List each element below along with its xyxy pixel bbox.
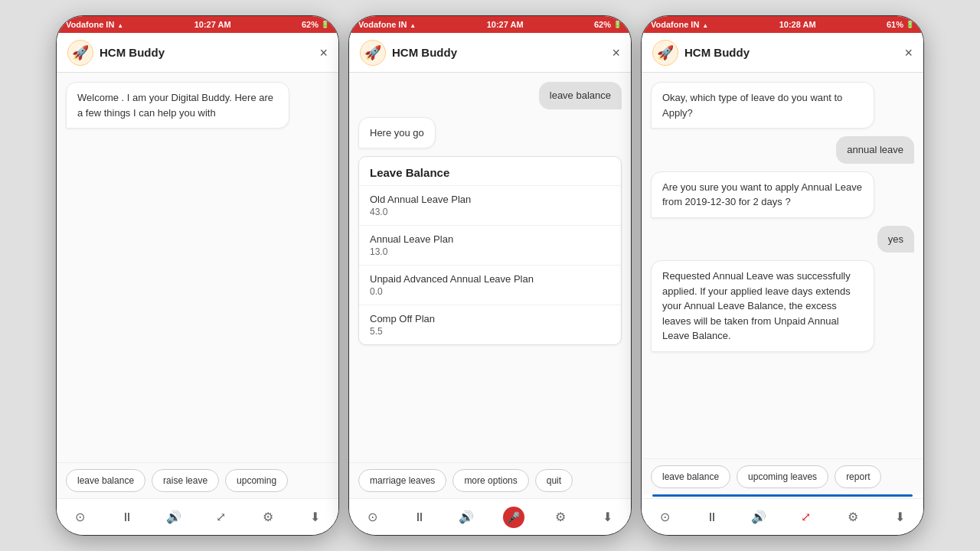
leave-item-name-3: Comp Off Plan <box>370 313 610 324</box>
quick-replies-1: leave balance raise leave upcoming <box>57 462 338 498</box>
pause-icon-2[interactable]: ⏸ <box>409 507 430 528</box>
battery-icon-3: 🔋 <box>906 21 914 28</box>
mic-icon-2[interactable]: 🎤 <box>503 507 524 528</box>
user-message-3-3: yes <box>877 226 914 253</box>
download-icon-3[interactable]: ⬇ <box>890 507 911 528</box>
time-2: 10:27 AM <box>487 20 524 29</box>
expand-icon-1[interactable]: ⤢ <box>211 507 232 528</box>
wifi-icon-3 <box>702 20 708 29</box>
quick-reply-upcoming-1[interactable]: upcoming <box>225 469 288 492</box>
leave-card-title: Leave Balance <box>359 157 621 185</box>
quick-reply-leave-balance-3[interactable]: leave balance <box>651 465 730 488</box>
leave-item-value-2: 0.0 <box>370 286 610 297</box>
compass-icon-3[interactable]: ⊙ <box>654 507 675 528</box>
chat-header-1: 🚀 HCM Buddy × <box>57 33 338 73</box>
leave-item-value-3: 5.5 <box>370 326 610 337</box>
battery-3: 61% <box>887 20 903 29</box>
avatar-3: 🚀 <box>652 40 678 66</box>
carrier-2: Vodafone IN <box>358 20 407 29</box>
battery-1: 62% <box>302 20 318 29</box>
leave-item-value-0: 43.0 <box>370 207 610 217</box>
battery-icon-2: 🔋 <box>613 21 622 28</box>
avatar-1: 🚀 <box>67 40 93 66</box>
bottom-toolbar-2: ⊙ ⏸ 🔊 🎤 ⚙ ⬇ <box>349 498 631 535</box>
bottom-toolbar-3: ⊙ ⏸ 🔊 ⤢ ⚙ ⬇ <box>642 498 923 535</box>
avatar-2: 🚀 <box>360 40 386 66</box>
compass-icon-1[interactable]: ⊙ <box>69 507 90 528</box>
pause-icon-3[interactable]: ⏸ <box>701 507 723 528</box>
quick-reply-more-2[interactable]: more options <box>452 469 528 492</box>
user-message-3-1: annual leave <box>836 136 914 164</box>
download-icon-2[interactable]: ⬇ <box>597 507 619 528</box>
chat-area-3: Okay, which type of leave do you want to… <box>642 73 923 458</box>
wifi-icon-2 <box>410 20 416 29</box>
app-container: Vodafone IN 10:27 AM 62% 🔋 🚀 HCM Buddy ×… <box>0 0 980 551</box>
close-button-3[interactable]: × <box>904 46 913 60</box>
carrier-3: Vodafone IN <box>651 20 699 29</box>
blue-line-3 <box>652 494 913 497</box>
chat-header-2: 🚀 HCM Buddy × <box>349 33 631 73</box>
battery-icon-1: 🔋 <box>321 21 329 28</box>
status-bar-3: Vodafone IN 10:28 AM 61% 🔋 <box>642 16 923 33</box>
quick-reply-report-3[interactable]: report <box>835 465 881 488</box>
settings-icon-3[interactable]: ⚙ <box>842 507 864 528</box>
quick-replies-2: marriage leaves more options quit <box>349 462 631 498</box>
bot-message-3-4: Requested Annual Leave was successfully … <box>651 260 874 352</box>
settings-icon-2[interactable]: ⚙ <box>550 507 571 528</box>
leave-item-name-0: Old Annual Leave Plan <box>370 194 610 205</box>
bottom-toolbar-1: ⊙ ⏸ 🔊 ⤢ ⚙ ⬇ <box>57 498 338 535</box>
header-title-3: HCM Buddy <box>684 46 750 59</box>
phone-1: Vodafone IN 10:27 AM 62% 🔋 🚀 HCM Buddy ×… <box>56 15 339 536</box>
wifi-icon-1 <box>117 20 123 29</box>
chat-area-1: Welcome . I am your Digital Buddy. Here … <box>57 73 338 462</box>
header-title-2: HCM Buddy <box>392 46 457 59</box>
user-message-2-0: leave balance <box>539 82 622 109</box>
speaker-icon-3[interactable]: 🔊 <box>748 507 769 528</box>
bot-message-1: Welcome . I am your Digital Buddy. Here … <box>66 82 289 129</box>
time-3: 10:28 AM <box>779 20 816 29</box>
bot-message-2-1: Here you go <box>358 117 436 149</box>
settings-icon-1[interactable]: ⚙ <box>257 507 279 528</box>
leave-item-value-1: 13.0 <box>370 246 610 257</box>
expand-icon-3[interactable]: ⤢ <box>795 507 817 528</box>
bot-message-3-0: Okay, which type of leave do you want to… <box>651 82 874 129</box>
download-icon-1[interactable]: ⬇ <box>305 507 326 528</box>
battery-2: 62% <box>594 20 611 29</box>
quick-reply-upcoming-3[interactable]: upcoming leaves <box>737 465 828 488</box>
compass-icon-2[interactable]: ⊙ <box>361 507 383 528</box>
leave-item-1: Annual Leave Plan 13.0 <box>359 225 621 265</box>
status-bar-1: Vodafone IN 10:27 AM 62% 🔋 <box>57 16 338 33</box>
close-button-1[interactable]: × <box>319 46 328 60</box>
quick-reply-leave-balance-1[interactable]: leave balance <box>66 469 145 492</box>
leave-item-name-2: Unpaid Advanced Annual Leave Plan <box>370 273 610 285</box>
pause-icon-1[interactable]: ⏸ <box>116 507 138 528</box>
phone-2: Vodafone IN 10:27 AM 62% 🔋 🚀 HCM Buddy ×… <box>348 15 632 536</box>
quick-reply-quit-2[interactable]: quit <box>535 469 573 492</box>
close-button-2[interactable]: × <box>612 46 620 60</box>
quick-replies-3: leave balance upcoming leaves report <box>642 458 923 494</box>
phone-3: Vodafone IN 10:28 AM 61% 🔋 🚀 HCM Buddy ×… <box>641 15 924 536</box>
time-1: 10:27 AM <box>194 20 231 29</box>
leave-item-3: Comp Off Plan 5.5 <box>359 305 621 344</box>
chat-header-3: 🚀 HCM Buddy × <box>642 33 923 73</box>
speaker-icon-2[interactable]: 🔊 <box>456 507 477 528</box>
speaker-icon-1[interactable]: 🔊 <box>163 507 185 528</box>
leave-item-2: Unpaid Advanced Annual Leave Plan 0.0 <box>359 265 621 305</box>
leave-balance-card: Leave Balance Old Annual Leave Plan 43.0… <box>358 156 622 345</box>
carrier-1: Vodafone IN <box>66 20 114 29</box>
header-title-1: HCM Buddy <box>100 46 165 59</box>
quick-reply-raise-leave-1[interactable]: raise leave <box>152 469 219 492</box>
status-bar-2: Vodafone IN 10:27 AM 62% 🔋 <box>349 16 631 33</box>
chat-area-2: leave balance Here you go Leave Balance … <box>349 73 631 462</box>
leave-item-0: Old Annual Leave Plan 43.0 <box>359 185 621 225</box>
quick-reply-marriage-2[interactable]: marriage leaves <box>358 469 446 492</box>
leave-item-name-1: Annual Leave Plan <box>370 233 610 245</box>
bot-message-3-2: Are you sure you want to apply Annual Le… <box>651 171 874 218</box>
